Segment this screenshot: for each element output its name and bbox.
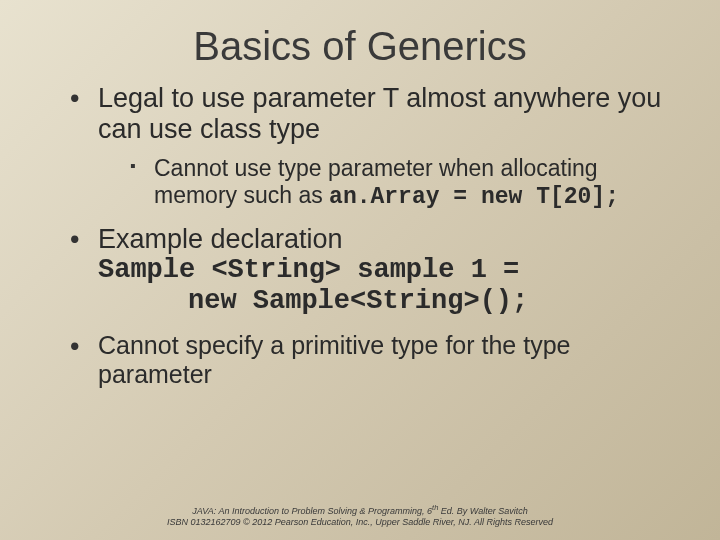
- footer-line1-post: Ed. By Walter Savitch: [438, 506, 527, 516]
- code-line-2: new Sample<String>();: [98, 286, 528, 316]
- sub-bullet-list-1: Cannot use type parameter when allocatin…: [98, 155, 680, 210]
- footer-citation: JAVA: An Introduction to Problem Solving…: [0, 503, 720, 529]
- sub-bullet-1-code: an.Array = new T[20];: [329, 184, 619, 210]
- code-line-1: Sample <String> sample 1 =: [98, 255, 519, 285]
- footer-line1-pre: JAVA: An Introduction to Problem Solving…: [192, 506, 432, 516]
- bullet-2-text: Example declaration: [98, 224, 343, 254]
- bullet-3-text: Cannot specify a primitive type for the …: [98, 331, 570, 388]
- slide: Basics of Generics Legal to use paramete…: [0, 0, 720, 540]
- bullet-1: Legal to use parameter T almost anywhere…: [70, 83, 680, 210]
- sub-bullet-1: Cannot use type parameter when allocatin…: [130, 155, 680, 210]
- code-block: Sample <String> sample 1 = new Sample<St…: [98, 255, 680, 317]
- bullet-1-text: Legal to use parameter T almost anywhere…: [98, 83, 661, 144]
- bullet-2: Example declaration Sample <String> samp…: [70, 224, 680, 317]
- footer-line2: ISBN 0132162709 © 2012 Pearson Education…: [167, 517, 553, 527]
- bullet-3: Cannot specify a primitive type for the …: [70, 331, 680, 389]
- slide-title: Basics of Generics: [0, 0, 720, 83]
- bullet-list: Legal to use parameter T almost anywhere…: [0, 83, 720, 389]
